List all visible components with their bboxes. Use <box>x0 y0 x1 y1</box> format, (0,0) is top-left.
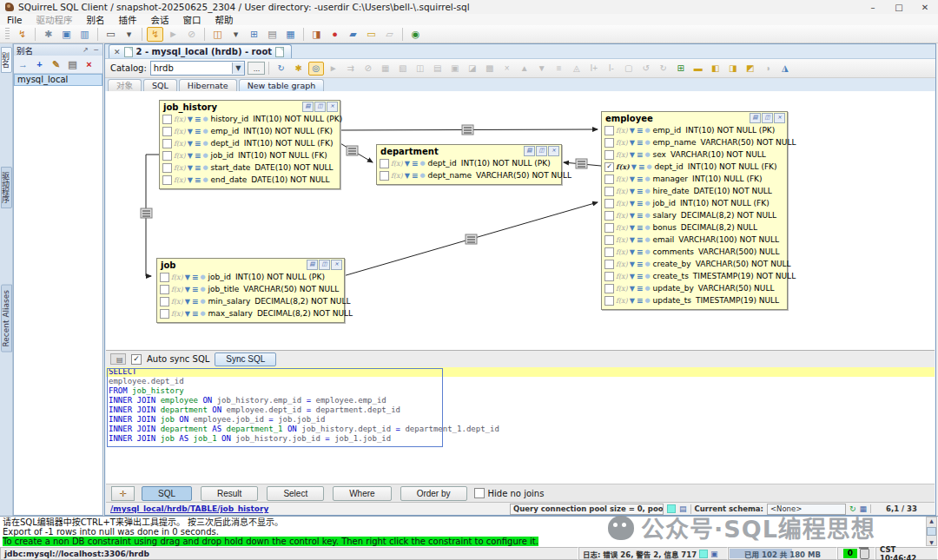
sql-line[interactable]: INNER JOIN job AS job_1 ON job_history.j… <box>106 434 935 444</box>
function-icon[interactable]: f(x) <box>616 236 628 244</box>
table-frame-header[interactable]: job_history ▤ ◫ × <box>160 101 340 113</box>
table-frame-header[interactable]: job ▤ ◫ × <box>157 259 344 271</box>
function-icon[interactable]: f(x) <box>174 152 186 160</box>
reference-icon[interactable]: ≡ <box>637 223 644 232</box>
undo-icon[interactable]: ↺ <box>638 62 654 76</box>
sql-line[interactable]: INNER JOIN employee ON job_history.emp_i… <box>106 396 935 405</box>
job_id[interactable]: ✓ f(x) ▼ ≡ ● job_id INT(10) NOT NULL (PK… <box>157 271 344 283</box>
function-icon[interactable]: f(x) <box>616 151 628 159</box>
find-table-icon[interactable]: ◎ <box>308 62 324 76</box>
filter-icon[interactable]: ▼ <box>188 140 193 148</box>
table-path-link[interactable]: /mysql_local/hrdb/TABLE/job_history <box>110 504 268 513</box>
new-sql-tab-icon[interactable]: ▦ <box>378 62 393 76</box>
column-checkbox[interactable]: ✓ <box>604 175 614 184</box>
maximize-button[interactable]: □ <box>886 1 912 14</box>
close-button[interactable]: ✕ <box>912 1 938 14</box>
add-table-to-graph-icon[interactable]: ⊞ <box>673 62 689 76</box>
menu-item[interactable]: 帮助 <box>208 13 241 26</box>
filter-icon[interactable]: ▼ <box>185 286 190 293</box>
column-checkbox[interactable]: ✓ <box>604 162 614 172</box>
pointer-mode-button[interactable]: ✛ <box>111 486 135 501</box>
minimize-button[interactable]: – <box>860 1 886 14</box>
trash-icon[interactable] <box>860 549 869 559</box>
column-checkbox[interactable]: ✓ <box>604 260 614 269</box>
column-checkbox[interactable]: ✓ <box>160 285 169 294</box>
graph-print-icon[interactable]: ◨ <box>725 62 741 76</box>
reference-icon[interactable]: ≡ <box>637 211 644 220</box>
table-frame-header[interactable]: employee ▤ ◫ × <box>602 112 787 124</box>
function-icon[interactable]: f(x) <box>616 188 628 195</box>
frame-zoom-icon[interactable]: ◫ <box>314 102 326 112</box>
rollback-icon[interactable]: ● <box>327 27 343 42</box>
update_by[interactable]: ✓ f(x) ▼ ≡ ● update_by VARCHAR(50) NULL <box>602 282 787 294</box>
memory-gauge[interactable]: 已用 102 共 180 MB <box>728 547 837 560</box>
redo-icon[interactable]: ↻ <box>656 62 671 76</box>
run-icon[interactable]: ► <box>165 27 182 42</box>
column-checkbox[interactable]: ✓ <box>604 284 614 293</box>
reference-icon[interactable]: ≡ <box>192 273 199 281</box>
frame-zoom-icon[interactable]: ◫ <box>536 146 547 156</box>
emp_id[interactable]: ✓ f(x) ▼ ≡ ● emp_id INT(10) NOT NULL (FK… <box>160 125 340 137</box>
function-icon[interactable]: f(x) <box>171 273 183 281</box>
reference-icon[interactable]: ≡ <box>192 285 199 293</box>
filter-icon[interactable]: ▼ <box>185 273 190 281</box>
menu-item[interactable]: 插件 <box>112 13 144 26</box>
bookmark-icon[interactable]: ◬ <box>569 62 585 76</box>
mode-button[interactable]: Result <box>201 486 258 501</box>
filter-icon[interactable]: ▼ <box>188 164 193 172</box>
web-globe-icon[interactable]: ◉ <box>407 27 424 42</box>
log-viewer-icon[interactable]: ▣ <box>710 550 718 558</box>
reference-icon[interactable]: ≡ <box>637 247 644 256</box>
max_salary[interactable]: ✓ f(x) ▼ ≡ ● max_salary DECIMAL(8,2) NOT… <box>157 307 344 320</box>
commit-icon[interactable]: ◨ <box>308 27 325 42</box>
reference-icon[interactable]: ≡ <box>412 171 419 180</box>
window-list-icon[interactable]: ▭ <box>102 27 119 42</box>
filter-icon[interactable]: ▼ <box>188 176 193 184</box>
function-icon[interactable]: f(x) <box>616 139 628 147</box>
column-checkbox[interactable]: ✓ <box>604 247 614 257</box>
end_date[interactable]: ✓ f(x) ▼ ≡ ● end_date DATE(10) NOT NULL <box>160 174 340 186</box>
function-icon[interactable]: f(x) <box>174 115 186 123</box>
function-icon[interactable]: f(x) <box>391 172 403 180</box>
frame-zoom-icon[interactable]: ◫ <box>319 260 330 270</box>
open-folder-icon[interactable]: ▭ <box>363 27 380 42</box>
function-icon[interactable]: f(x) <box>616 212 628 220</box>
reference-icon[interactable]: ≡ <box>637 126 644 135</box>
frame-close-icon[interactable]: × <box>548 146 559 156</box>
function-icon[interactable]: f(x) <box>616 127 628 135</box>
sql-line[interactable]: INNER JOIN job ON employee.job_id = job.… <box>106 415 935 425</box>
function-icon[interactable]: f(x) <box>616 175 628 183</box>
function-icon[interactable]: f(x) <box>391 160 403 168</box>
menu-item[interactable]: File <box>0 15 30 25</box>
dept_name[interactable]: ✓ f(x) ▼ ≡ ● dept_name VARCHAR(50) NOT N… <box>377 169 561 181</box>
menu-item[interactable]: 窗口 <box>176 13 208 26</box>
function-icon[interactable]: f(x) <box>171 298 183 306</box>
reference-icon[interactable]: ≡ <box>638 162 645 171</box>
print-icon[interactable]: ▩ <box>482 62 498 76</box>
history_id[interactable]: ✓ f(x) ▼ ≡ ● history_id INT(10) NOT NULL… <box>160 113 340 125</box>
add-alias-icon[interactable]: + <box>32 57 47 71</box>
function-icon[interactable]: f(x) <box>174 164 186 172</box>
schema-value[interactable]: <None> <box>767 504 846 515</box>
filter-icon[interactable]: ▼ <box>630 127 635 135</box>
email[interactable]: ✓ f(x) ▼ ≡ ● email VARCHAR(100) NOT NULL <box>602 234 787 246</box>
sql-line[interactable]: employee.dept_id <box>106 377 935 386</box>
filter-icon[interactable]: ▼ <box>630 285 635 293</box>
session-content-tab[interactable]: 对象 <box>108 79 142 91</box>
sql-code[interactable]: SELECTemployee.dept_idFROM job_historyIN… <box>106 367 935 444</box>
decrease-font-icon[interactable]: I- <box>604 62 619 76</box>
column-checkbox[interactable]: ✓ <box>162 175 172 185</box>
connect-to-alias-icon[interactable]: ↯ <box>14 27 30 42</box>
connect-session-icon[interactable]: ↯ <box>147 27 163 42</box>
column-checkbox[interactable]: ✓ <box>160 297 169 306</box>
session-tab[interactable]: ✕ 2 - mysql_local (hrdb) - root <box>109 44 292 58</box>
column-checkbox[interactable]: ✓ <box>604 126 614 135</box>
stop-sql-icon[interactable]: ⊘ <box>360 62 376 76</box>
table-frame-department[interactable]: department ▤ ◫ × ✓ f(x) ▼ ≡ ● de <box>376 144 562 185</box>
reference-icon[interactable]: ≡ <box>637 150 644 159</box>
filter-icon[interactable]: ▼ <box>630 260 635 268</box>
hide-no-joins-checkbox[interactable]: ✓ <box>474 488 485 498</box>
session-content-tab[interactable]: Hibernate <box>179 79 237 91</box>
window-dropdown-icon[interactable]: ▾ <box>121 27 137 42</box>
filter-icon[interactable]: ▼ <box>630 139 635 147</box>
